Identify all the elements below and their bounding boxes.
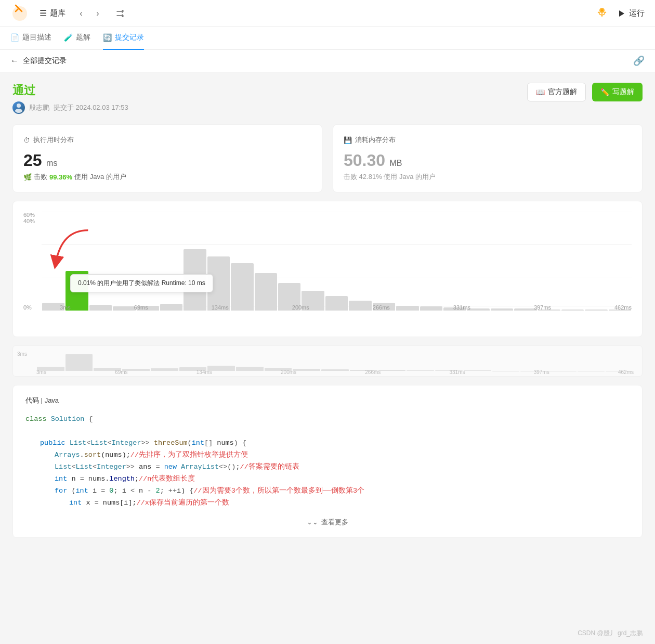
mini-bar-1 bbox=[66, 354, 93, 371]
nav-title[interactable]: ☰ 题库 bbox=[40, 8, 66, 18]
submissions-tab-icon: 🔄 bbox=[103, 33, 112, 42]
shuffle-button[interactable] bbox=[113, 6, 128, 21]
stats-row: ⏱ 执行用时分布 25 ms 🌿 击败 99.36% 使用 Java 的用户 💾 bbox=[12, 124, 643, 192]
status-right: 📖 官方题解 ✏️ 写题解 bbox=[527, 83, 643, 101]
app-container: ☰ 题库 ‹ › bbox=[0, 0, 655, 644]
memory-stat-card: 💾 消耗内存分布 50.30 MB 击败 42.81% 使用 Java 的用户 bbox=[333, 124, 643, 192]
footer-credit: CSDN @殷丿 grd_志鹏 bbox=[0, 623, 655, 644]
tab-bar: 📄 题目描述 🧪 题解 🔄 提交记录 bbox=[0, 27, 655, 50]
code-section: 代码 | Java class Solution { public List<L… bbox=[12, 385, 643, 538]
svg-marker-5 bbox=[619, 10, 624, 17]
code-lang-label: 代码 | Java bbox=[25, 396, 630, 405]
submitter-info: 殷志鹏 提交于 2024.02.03 17:53 bbox=[12, 101, 128, 114]
tab-submissions[interactable]: 🔄 提交记录 bbox=[103, 27, 144, 50]
run-button[interactable]: 运行 bbox=[617, 8, 645, 18]
main-content: 通过 殷志鹏 提交于 2024.02.03 17:53 📖 官方题解 bbox=[0, 72, 655, 623]
top-nav: ☰ 题库 ‹ › bbox=[0, 0, 655, 27]
chart-x-labels: 3ms 69ms 134ms 200ms 266ms 331ms 397ms 4… bbox=[60, 304, 632, 311]
description-tab-icon: 📄 bbox=[10, 33, 19, 42]
time-desc: 🌿 击败 99.36% 使用 Java 的用户 bbox=[23, 172, 311, 182]
svg-line-3 bbox=[598, 12, 600, 13]
submit-time: 提交于 2024.02.03 17:53 bbox=[54, 103, 128, 112]
list-icon: ☰ bbox=[40, 8, 47, 18]
time-stat-card: ⏱ 执行用时分布 25 ms 🌿 击败 99.36% 使用 Java 的用户 bbox=[12, 124, 322, 192]
official-solution-label: 官方题解 bbox=[548, 87, 577, 97]
code-line-7: int x = nums[i];//x保存当前遍历的第一个数 bbox=[25, 497, 630, 509]
beat-icon: 🌿 bbox=[23, 173, 32, 181]
svg-point-1 bbox=[601, 9, 603, 11]
debug-button[interactable] bbox=[594, 5, 610, 22]
status-header: 通过 殷志鹏 提交于 2024.02.03 17:53 📖 官方题解 bbox=[12, 83, 643, 114]
write-icon: ✏️ bbox=[600, 88, 609, 96]
chart-grid-area: 3ms 69ms 134ms 200ms 266ms 331ms 397ms 4… bbox=[42, 212, 632, 311]
prev-problem-button[interactable]: ‹ bbox=[74, 6, 88, 21]
back-arrow-icon: ← bbox=[10, 56, 19, 66]
avatar bbox=[12, 101, 25, 114]
memory-icon: 💾 bbox=[344, 136, 352, 144]
memory-desc: 击败 42.81% 使用 Java 的用户 bbox=[344, 172, 632, 182]
nav-right: 运行 bbox=[594, 5, 645, 22]
tab-description[interactable]: 📄 题目描述 bbox=[10, 27, 51, 50]
write-solution-label: 写题解 bbox=[612, 87, 634, 97]
time-value: 25 ms bbox=[23, 151, 311, 170]
breadcrumb-bar: ← 全部提交记录 🔗 bbox=[0, 50, 655, 72]
write-solution-button[interactable]: ✏️ 写题解 bbox=[592, 83, 643, 101]
tab-solutions-label: 题解 bbox=[76, 33, 90, 42]
breadcrumb[interactable]: ← 全部提交记录 bbox=[10, 56, 67, 66]
book-icon: 📖 bbox=[536, 88, 545, 96]
code-line-2: public List<List<Integer>> threeSum(int[… bbox=[25, 437, 630, 449]
chart-bars bbox=[42, 212, 632, 311]
code-line-4: List<List<Integer>> ans = new ArrayList<… bbox=[25, 461, 630, 473]
code-line-3: Arrays.sort(nums);//先排序，为了双指针枚举提供方便 bbox=[25, 449, 630, 461]
tab-submissions-label: 提交记录 bbox=[115, 33, 144, 42]
svg-point-6 bbox=[17, 104, 21, 108]
svg-point-7 bbox=[15, 109, 22, 113]
code-block: class Solution { public List<List<Intege… bbox=[25, 414, 630, 509]
see-more-button[interactable]: ⌄⌄ 查看更多 bbox=[25, 518, 630, 527]
memory-value: 50.30 MB bbox=[344, 151, 632, 170]
code-line-6: for (int i = 0; i < n - 2; ++i) {//因为需要3… bbox=[25, 485, 630, 497]
status-badge: 通过 bbox=[12, 83, 128, 98]
status-left: 通过 殷志鹏 提交于 2024.02.03 17:53 bbox=[12, 83, 128, 114]
run-label: 运行 bbox=[629, 8, 645, 18]
chevron-down-icon: ⌄⌄ bbox=[307, 518, 318, 526]
tab-solutions[interactable]: 🧪 题解 bbox=[64, 27, 90, 50]
mini-x-labels: 3ms 69ms 134ms 200ms 266ms 331ms 397ms 4… bbox=[36, 369, 634, 375]
mini-chart-bars bbox=[36, 350, 634, 371]
bar-8 bbox=[231, 263, 253, 311]
official-solution-button[interactable]: 📖 官方题解 bbox=[527, 83, 586, 101]
chart-area: 60% 40% 0% bbox=[23, 212, 632, 326]
next-problem-button[interactable]: › bbox=[90, 6, 105, 21]
nav-arrows: ‹ › bbox=[74, 6, 105, 21]
memory-card-title: 💾 消耗内存分布 bbox=[344, 135, 632, 145]
chart-container: 60% 40% 0% bbox=[12, 201, 643, 337]
tab-description-label: 题目描述 bbox=[22, 33, 51, 42]
svg-line-4 bbox=[604, 12, 606, 13]
solutions-tab-icon: 🧪 bbox=[64, 33, 73, 42]
nav-center: ☰ 题库 ‹ › bbox=[40, 6, 594, 21]
link-icon[interactable]: 🔗 bbox=[633, 55, 645, 67]
code-line-5: int n = nums.length;//n代表数组长度 bbox=[25, 473, 630, 485]
code-line-1 bbox=[25, 426, 630, 437]
app-logo[interactable] bbox=[10, 4, 29, 23]
chart-y-labels: 60% 40% 0% bbox=[23, 212, 39, 311]
time-card-title: ⏱ 执行用时分布 bbox=[23, 135, 311, 145]
chart-tooltip: 0.01% 的用户使用了类似解法 Runtime: 10 ms bbox=[70, 274, 213, 292]
code-line-0: class Solution { bbox=[25, 414, 630, 426]
clock-icon: ⏱ bbox=[23, 136, 30, 144]
submitter-name: 殷志鹏 bbox=[29, 103, 49, 112]
mini-chart: 3ms bbox=[12, 345, 643, 377]
breadcrumb-text: 全部提交记录 bbox=[23, 56, 67, 66]
nav-title-text: 题库 bbox=[50, 8, 66, 18]
